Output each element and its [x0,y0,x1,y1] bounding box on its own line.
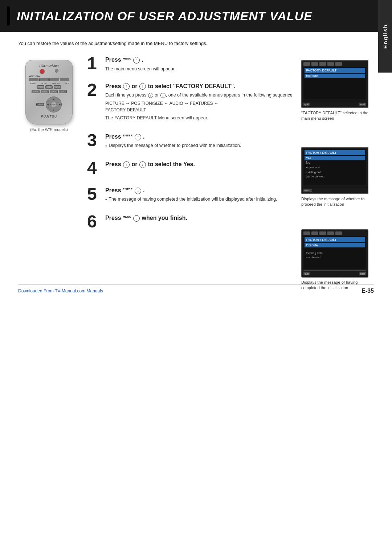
step-4-title: Press ↑ or ↓ to select the Yes. [105,161,298,168]
step-2-desc1: Each time you press ↑ or ↓, one of the a… [105,92,298,122]
remote-illustration: Plasmavision ◀PICTURE▶ [25,60,73,124]
up-icon-inline: ↑ [148,93,153,98]
remote-mute-btn [55,69,58,73]
content-layout: Plasmavision ◀PICTURE▶ [18,56,374,291]
remote-container: Plasmavision ◀PICTURE▶ [18,60,80,132]
screen-1-caption: "FACTORY DEFAULT" selected in the main m… [301,110,374,122]
step-1-desc: The main menu screen will appear. [105,66,298,73]
remote-power-btn [40,69,45,74]
menu-button-icon-6: ○ [133,215,140,222]
enter-button-icon-5: □ [135,188,141,194]
step-2-title: Press ↑ or ↓ to select "FACTORY DEFAULT"… [105,83,298,90]
screen-2-body: Adjust andexisting datawill be cleared. [305,165,365,180]
screen-3: FACTORY DEFAULT Execute Existing dataare… [301,229,368,278]
step-5-title: Press ENTER □ . [105,187,298,194]
step-3: 3 Press ENTER □ . • Displays the message… [87,133,298,151]
remote-enter-button: ENTER [51,102,57,107]
step-6: 6 Press MENU ○ when you finish. [87,214,298,230]
remote-rgb-buttons: RGB1 RGB2 VIDEO [29,85,69,89]
screen-2-container: FACTORY DEFAULT Yes No Adjust andexistin… [301,147,374,208]
step-5: 5 Press ENTER □ . • The message of havin… [87,187,298,204]
screen-2-content: FACTORY DEFAULT Yes No Adjust andexistin… [303,149,366,185]
screen-1-bottom: quit next [303,103,366,106]
step-1: 1 Press MENU ○ . The main menu screen wi… [87,56,298,73]
screen-3-quit-key: quit [303,272,310,275]
steps-column: 1 Press MENU ○ . The main menu screen wi… [80,56,301,241]
step-2-content: Press ↑ or ↓ to select "FACTORY DEFAULT"… [105,83,298,123]
step-6-content: Press MENU ○ when you finish. [105,214,298,224]
step-2-number: 2 [87,81,100,99]
down-button-icon: ↓ [139,83,146,90]
screen-1-next-key: next [359,103,366,106]
enter-label-super: ENTER [123,134,132,137]
down-btn-4: ↓ [139,161,146,168]
screen-3-next-key: next [359,272,366,275]
screen-2-return-key: return [303,189,312,192]
screen-2-no: No [305,160,365,165]
remote-labels2: DISPLAY MODE MEMORY WCE [29,82,69,85]
enter-button-icon: □ [135,134,141,140]
menu-label-super-6: MENU [123,215,131,218]
main-content: You can restore the values of the adjust… [0,32,392,301]
step-3-number: 3 [87,132,100,149]
header-bar [7,7,10,25]
screen-1: FACTORY DEFAULT Execute quit next [301,60,368,108]
page-title: INITIALIZATION OF USER ADJUSTMENT VALUE [17,9,313,23]
screen-1-container: FACTORY DEFAULT Execute quit next [301,60,374,122]
screen-2-title: FACTORY DEFAULT [305,150,365,155]
step-5-number: 5 [87,185,100,203]
screen-1-topbar [303,62,366,66]
step-3-content: Press ENTER □ . • Displays the message o… [105,133,298,151]
step-3-bullet: • Displays the message of whether to pro… [105,143,298,150]
screen-1-content: FACTORY DEFAULT Execute [303,67,366,99]
footer-link[interactable]: Downloaded From TV-Manual.com Manuals [18,288,103,294]
remote-caption: (Ex. the W/R models) [30,127,68,132]
step-6-title: Press MENU ○ when you finish. [105,214,298,222]
screen-2: FACTORY DEFAULT Yes No Adjust andexistin… [301,147,368,194]
remote-video-buttons: VIDEO1 VIDEO2 VIDEO3 VOL [29,90,69,93]
screen-2-yes: Yes [305,156,365,160]
screen-1-quit-key: quit [303,103,310,106]
up-button-icon: ↑ [123,83,130,90]
step-5-desc: • The message of having completed the in… [105,196,298,204]
side-tab: English [378,0,392,73]
page-header: INITIALIZATION OF USER ADJUSTMENT VALUE [0,0,392,32]
remote-menu-button: MENU [36,103,44,106]
menu-label-super: MENU [123,57,131,60]
screen-2-bottom: return [303,189,366,192]
remote-labels1: ◀PICTURE▶ [29,75,69,77]
screen-2-caption: Displays the message of whether to proce… [301,196,374,208]
page-footer: Downloaded From TV-Manual.com Manuals E-… [18,284,374,294]
remote-nav-area: MENU ▲ ▼ ◀ ▶ ENTER [29,97,69,112]
step-6-number: 6 [87,213,100,230]
step-5-bullet: • The message of having completed the in… [105,196,298,204]
screen-1-execute: Execute [305,74,365,78]
remote-mode-buttons [29,78,69,81]
remote-top-buttons [29,69,69,74]
screen-3-content: FACTORY DEFAULT Execute Existing dataare… [303,236,366,269]
right-column: FACTORY DEFAULT Execute quit next [301,56,374,291]
menu-button-icon: ○ [133,57,140,63]
step-3-title: Press ENTER □ . [105,133,298,141]
step-4-content: Press ↑ or ↓ to select the Yes. [105,161,298,170]
footer-page-number: E-35 [362,288,374,294]
step-3-desc: • Displays the message of whether to pro… [105,143,298,150]
screen-3-bottom: quit next [303,272,366,275]
intro-text: You can restore the values of the adjust… [18,41,374,46]
screen-3-factory-default: FACTORY DEFAULT [305,237,365,242]
step-1-title: Press MENU ○ . [105,56,298,64]
step-4: 4 Press ↑ or ↓ to select the Yes. [87,161,298,177]
screen-3-container: FACTORY DEFAULT Execute Existing dataare… [301,229,374,291]
left-column: Plasmavision ◀PICTURE▶ [18,56,80,132]
remote-brand-logo: FUJITSU [41,115,57,118]
step-2: 2 Press ↑ or ↓ to select "FACTORY DEFAUL… [87,83,298,123]
screen-3-execute: Execute [305,243,365,247]
step-1-content: Press MENU ○ . The main menu screen will… [105,56,298,73]
screen-1-factory-default: FACTORY DEFAULT [305,68,365,73]
side-tab-label: English [382,24,388,49]
step-4-number: 4 [87,159,100,177]
screen-3-body: Existing dataare cleared. [305,250,365,261]
enter-label-super-5: ENTER [123,188,132,191]
remote-dpad: ▲ ▼ ◀ ▶ ENTER [46,97,62,112]
step-5-content: Press ENTER □ . • The message of having … [105,187,298,204]
